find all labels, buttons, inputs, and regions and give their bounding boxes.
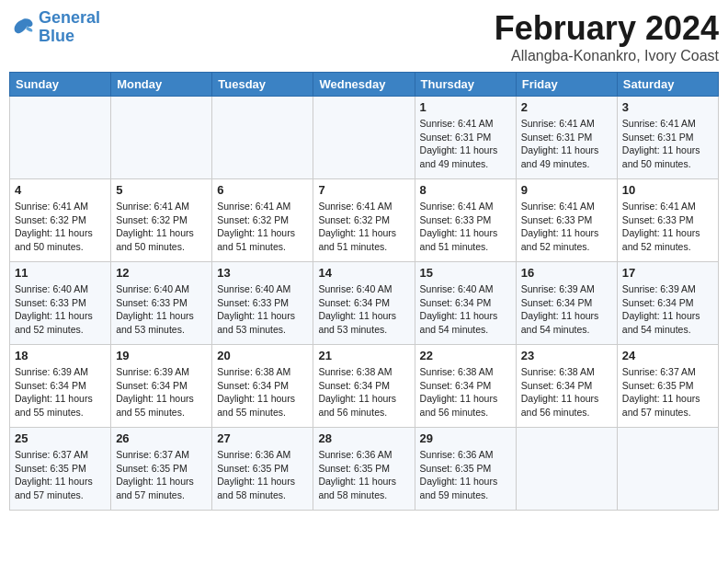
logo: General Blue	[9, 9, 100, 46]
day-info: Sunrise: 6:40 AM Sunset: 6:34 PM Dayligh…	[420, 282, 511, 337]
day-info: Sunrise: 6:38 AM Sunset: 6:34 PM Dayligh…	[217, 365, 308, 419]
day-info: Sunrise: 6:41 AM Sunset: 6:33 PM Dayligh…	[420, 200, 511, 254]
day-number: 12	[116, 266, 207, 280]
calendar-day-cell: 1Sunrise: 6:41 AM Sunset: 6:31 PM Daylig…	[415, 97, 516, 179]
day-number: 2	[521, 100, 612, 114]
day-number: 16	[521, 266, 612, 280]
logo-bird-icon	[9, 15, 35, 40]
weekday-header-row: SundayMondayTuesdayWednesdayThursdayFrid…	[10, 73, 719, 97]
calendar-week-row: 4Sunrise: 6:41 AM Sunset: 6:32 PM Daylig…	[10, 179, 719, 262]
day-info: Sunrise: 6:36 AM Sunset: 6:35 PM Dayligh…	[318, 448, 409, 502]
calendar-day-cell: 3Sunrise: 6:41 AM Sunset: 6:31 PM Daylig…	[617, 97, 718, 179]
calendar-day-cell	[617, 428, 718, 511]
day-info: Sunrise: 6:41 AM Sunset: 6:31 PM Dayligh…	[521, 117, 612, 171]
day-info: Sunrise: 6:38 AM Sunset: 6:34 PM Dayligh…	[318, 365, 409, 419]
calendar-day-cell	[212, 97, 313, 179]
day-info: Sunrise: 6:41 AM Sunset: 6:32 PM Dayligh…	[318, 200, 409, 254]
day-info: Sunrise: 6:36 AM Sunset: 6:35 PM Dayligh…	[420, 448, 511, 502]
day-number: 3	[622, 100, 713, 114]
calendar-day-cell	[111, 97, 212, 179]
calendar-day-cell: 12Sunrise: 6:40 AM Sunset: 6:33 PM Dayli…	[111, 262, 212, 345]
day-info: Sunrise: 6:39 AM Sunset: 6:34 PM Dayligh…	[622, 282, 713, 337]
calendar-day-cell: 11Sunrise: 6:40 AM Sunset: 6:33 PM Dayli…	[10, 262, 111, 345]
calendar-day-cell: 20Sunrise: 6:38 AM Sunset: 6:34 PM Dayli…	[212, 345, 313, 428]
weekday-header-monday: Monday	[111, 73, 212, 97]
calendar-day-cell: 5Sunrise: 6:41 AM Sunset: 6:32 PM Daylig…	[111, 179, 212, 262]
calendar-day-cell: 18Sunrise: 6:39 AM Sunset: 6:34 PM Dayli…	[10, 345, 111, 428]
day-info: Sunrise: 6:41 AM Sunset: 6:33 PM Dayligh…	[622, 200, 713, 254]
weekday-header-saturday: Saturday	[617, 73, 718, 97]
day-number: 18	[15, 349, 106, 362]
day-number: 6	[217, 183, 308, 197]
day-number: 1	[420, 100, 511, 114]
day-number: 20	[217, 349, 308, 362]
weekday-header-friday: Friday	[516, 73, 617, 97]
calendar-day-cell: 25Sunrise: 6:37 AM Sunset: 6:35 PM Dayli…	[10, 428, 111, 511]
day-number: 15	[420, 266, 511, 280]
weekday-header-wednesday: Wednesday	[313, 73, 415, 97]
calendar-day-cell: 23Sunrise: 6:38 AM Sunset: 6:34 PM Dayli…	[516, 345, 617, 428]
calendar-week-row: 18Sunrise: 6:39 AM Sunset: 6:34 PM Dayli…	[10, 345, 719, 428]
calendar-day-cell: 14Sunrise: 6:40 AM Sunset: 6:34 PM Dayli…	[313, 262, 415, 345]
day-number: 10	[622, 183, 713, 197]
calendar-day-cell: 16Sunrise: 6:39 AM Sunset: 6:34 PM Dayli…	[516, 262, 617, 345]
calendar-day-cell	[516, 428, 617, 511]
calendar-week-row: 25Sunrise: 6:37 AM Sunset: 6:35 PM Dayli…	[10, 428, 719, 511]
day-number: 26	[116, 431, 207, 445]
calendar-day-cell: 28Sunrise: 6:36 AM Sunset: 6:35 PM Dayli…	[313, 428, 415, 511]
calendar-subtitle: Allangba-Konankro, Ivory Coast	[495, 48, 719, 64]
calendar-day-cell: 4Sunrise: 6:41 AM Sunset: 6:32 PM Daylig…	[10, 179, 111, 262]
weekday-header-tuesday: Tuesday	[212, 73, 313, 97]
calendar-day-cell: 13Sunrise: 6:40 AM Sunset: 6:33 PM Dayli…	[212, 262, 313, 345]
calendar-day-cell: 15Sunrise: 6:40 AM Sunset: 6:34 PM Dayli…	[415, 262, 516, 345]
day-info: Sunrise: 6:41 AM Sunset: 6:31 PM Dayligh…	[622, 117, 713, 171]
day-number: 9	[521, 183, 612, 197]
calendar-day-cell	[313, 97, 415, 179]
day-info: Sunrise: 6:39 AM Sunset: 6:34 PM Dayligh…	[15, 365, 106, 419]
day-info: Sunrise: 6:41 AM Sunset: 6:32 PM Dayligh…	[217, 200, 308, 254]
calendar-day-cell: 7Sunrise: 6:41 AM Sunset: 6:32 PM Daylig…	[313, 179, 415, 262]
day-info: Sunrise: 6:41 AM Sunset: 6:31 PM Dayligh…	[420, 117, 511, 171]
page-header: General Blue February 2024 Allangba-Kona…	[9, 9, 719, 64]
day-number: 28	[318, 431, 409, 445]
title-block: February 2024 Allangba-Konankro, Ivory C…	[495, 9, 719, 64]
day-info: Sunrise: 6:36 AM Sunset: 6:35 PM Dayligh…	[217, 448, 308, 502]
day-number: 19	[116, 349, 207, 362]
day-number: 4	[15, 183, 106, 197]
calendar-day-cell: 17Sunrise: 6:39 AM Sunset: 6:34 PM Dayli…	[617, 262, 718, 345]
calendar-day-cell: 22Sunrise: 6:38 AM Sunset: 6:34 PM Dayli…	[415, 345, 516, 428]
calendar-week-row: 1Sunrise: 6:41 AM Sunset: 6:31 PM Daylig…	[10, 97, 719, 179]
day-number: 8	[420, 183, 511, 197]
day-number: 13	[217, 266, 308, 280]
day-number: 25	[15, 431, 106, 445]
day-number: 24	[622, 349, 713, 362]
calendar-day-cell: 9Sunrise: 6:41 AM Sunset: 6:33 PM Daylig…	[516, 179, 617, 262]
day-info: Sunrise: 6:37 AM Sunset: 6:35 PM Dayligh…	[15, 448, 106, 502]
day-info: Sunrise: 6:38 AM Sunset: 6:34 PM Dayligh…	[521, 365, 612, 419]
day-number: 7	[318, 183, 409, 197]
day-info: Sunrise: 6:40 AM Sunset: 6:33 PM Dayligh…	[217, 282, 308, 337]
calendar-day-cell	[10, 97, 111, 179]
weekday-header-thursday: Thursday	[415, 73, 516, 97]
day-info: Sunrise: 6:41 AM Sunset: 6:32 PM Dayligh…	[15, 200, 106, 254]
logo-text: General Blue	[39, 9, 100, 46]
day-info: Sunrise: 6:41 AM Sunset: 6:32 PM Dayligh…	[116, 200, 207, 254]
day-info: Sunrise: 6:38 AM Sunset: 6:34 PM Dayligh…	[420, 365, 511, 419]
day-number: 14	[318, 266, 409, 280]
calendar-title: February 2024	[495, 9, 719, 48]
day-number: 23	[521, 349, 612, 362]
day-number: 29	[420, 431, 511, 445]
day-info: Sunrise: 6:40 AM Sunset: 6:33 PM Dayligh…	[15, 282, 106, 337]
calendar-day-cell: 10Sunrise: 6:41 AM Sunset: 6:33 PM Dayli…	[617, 179, 718, 262]
day-info: Sunrise: 6:39 AM Sunset: 6:34 PM Dayligh…	[521, 282, 612, 337]
day-number: 5	[116, 183, 207, 197]
day-number: 22	[420, 349, 511, 362]
day-number: 21	[318, 349, 409, 362]
day-info: Sunrise: 6:37 AM Sunset: 6:35 PM Dayligh…	[116, 448, 207, 502]
calendar-day-cell: 24Sunrise: 6:37 AM Sunset: 6:35 PM Dayli…	[617, 345, 718, 428]
calendar-day-cell: 8Sunrise: 6:41 AM Sunset: 6:33 PM Daylig…	[415, 179, 516, 262]
day-number: 11	[15, 266, 106, 280]
calendar-day-cell: 26Sunrise: 6:37 AM Sunset: 6:35 PM Dayli…	[111, 428, 212, 511]
calendar-day-cell: 21Sunrise: 6:38 AM Sunset: 6:34 PM Dayli…	[313, 345, 415, 428]
calendar-day-cell: 6Sunrise: 6:41 AM Sunset: 6:32 PM Daylig…	[212, 179, 313, 262]
